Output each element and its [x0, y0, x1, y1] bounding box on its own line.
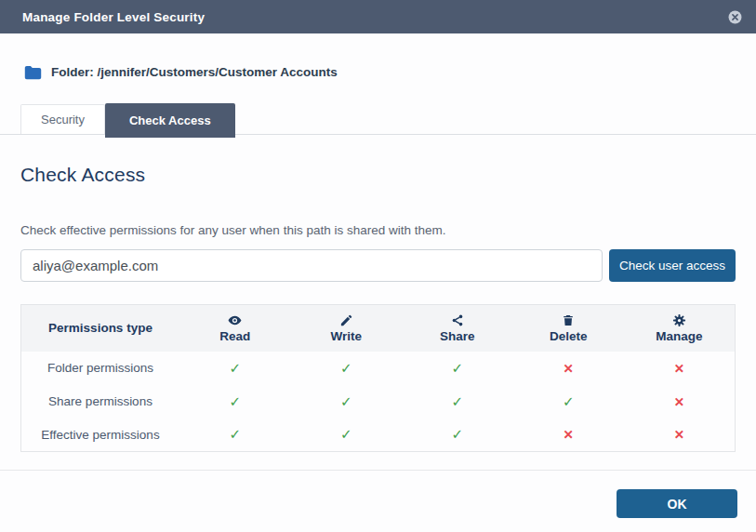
modal-content: Check Access Check effective permissions…	[0, 164, 756, 452]
column-label: Share	[440, 329, 475, 343]
permission-cell	[512, 385, 624, 419]
column-label: Read	[219, 329, 250, 343]
share-icon	[402, 313, 513, 326]
close-button[interactable]	[726, 8, 743, 25]
column-permissions-type: Permissions type	[21, 305, 179, 352]
permission-cell	[624, 352, 736, 385]
permission-cell	[290, 419, 402, 452]
permission-cell	[290, 385, 402, 419]
column-label: Delete	[550, 329, 588, 343]
column-manage: Manage	[624, 305, 736, 352]
permission-cell	[512, 352, 624, 385]
folder-path-row: Folder: /jennifer/Customers/Customer Acc…	[0, 33, 756, 80]
tab-bar: Security Check Access	[0, 103, 756, 135]
row-label: Effective permissions	[21, 419, 179, 452]
column-share: Share	[402, 305, 513, 352]
folder-path-text: Folder: /jennifer/Customers/Customer Acc…	[51, 65, 338, 79]
permission-cell	[179, 385, 291, 419]
column-label: Write	[330, 329, 362, 343]
folder-label: Folder:	[51, 65, 94, 79]
table-header-row: Permissions type Read	[21, 305, 736, 352]
permission-cell	[290, 352, 402, 385]
tab-security[interactable]: Security	[20, 104, 105, 134]
folder-icon	[24, 63, 42, 80]
gear-icon	[624, 313, 735, 326]
check-access-form: Check user access	[20, 249, 736, 282]
permission-cell	[402, 352, 513, 385]
column-label: Manage	[656, 329, 702, 343]
table-row: Folder permissions	[21, 352, 736, 385]
folder-path-value: /jennifer/Customers/Customer Accounts	[98, 65, 338, 79]
close-icon	[727, 9, 743, 25]
user-email-input[interactable]	[20, 249, 603, 282]
column-delete: Delete	[512, 305, 624, 352]
table-row: Share permissions	[21, 385, 736, 419]
page-title: Check Access	[20, 164, 736, 186]
modal-header: Manage Folder Level Security	[0, 0, 756, 33]
permission-cell	[512, 419, 624, 452]
tab-check-access[interactable]: Check Access	[105, 103, 235, 138]
permission-cell	[179, 352, 291, 385]
trash-icon	[512, 313, 624, 326]
permissions-table: Permissions type Read	[20, 304, 736, 452]
permission-cell	[624, 419, 736, 452]
permission-cell	[624, 385, 736, 419]
column-write: Write	[290, 305, 402, 352]
modal-footer: OK	[0, 470, 756, 532]
column-label: Permissions type	[48, 321, 153, 335]
ok-button[interactable]: OK	[617, 489, 737, 518]
column-read: Read	[179, 305, 291, 352]
table-row: Effective permissions	[21, 419, 736, 452]
row-label: Share permissions	[21, 385, 179, 419]
pencil-icon	[290, 313, 402, 326]
check-user-access-button[interactable]: Check user access	[609, 249, 736, 282]
permission-cell	[402, 385, 513, 419]
description-text: Check effective permissions for any user…	[20, 223, 736, 237]
modal-title: Manage Folder Level Security	[22, 10, 205, 24]
permission-cell	[402, 419, 513, 452]
row-label: Folder permissions	[21, 352, 179, 385]
permission-cell	[179, 419, 291, 452]
eye-icon	[179, 313, 291, 326]
